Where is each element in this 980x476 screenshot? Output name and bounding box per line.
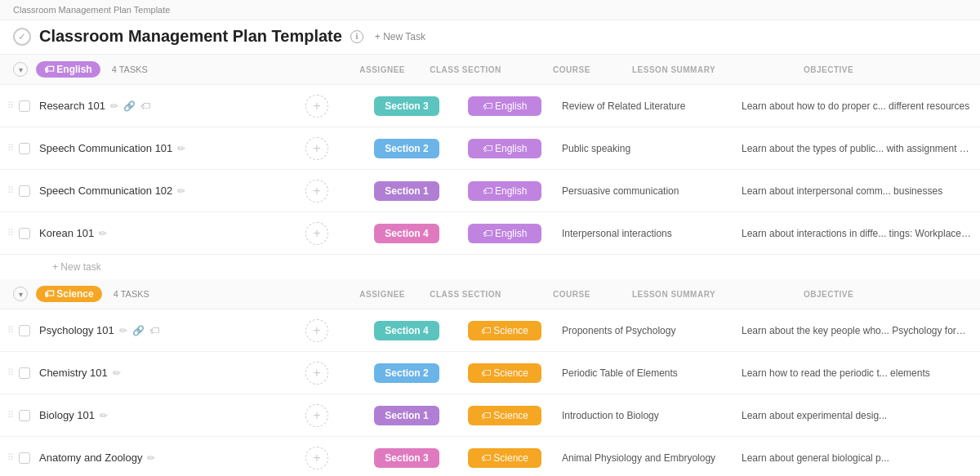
row-checkbox-1-1[interactable]	[16, 367, 33, 379]
objective-cell: Learn how to read the periodic t... elem…	[733, 363, 980, 384]
drag-handle[interactable]: ⠿	[0, 410, 16, 420]
table-row: ⠿ Korean 101 ✏ + Section 4 🏷 English Int…	[0, 212, 980, 255]
assignee-cell: +	[276, 358, 358, 388]
lesson-cell: Periodic Table of Elements	[554, 363, 733, 384]
course-cell: 🏷 English	[456, 220, 554, 247]
objective-cell: Learn about the types of public... with …	[733, 138, 980, 159]
course-cell: 🏷 English	[456, 93, 554, 119]
table-row: ⠿ Psychology 101 ✏ 🔗🏷 + Section 4 🏷 Scie…	[0, 309, 980, 352]
new-task-row-english[interactable]: + New task	[0, 255, 980, 279]
section-cell: Section 2	[358, 360, 456, 386]
row-checkbox-0-3[interactable]	[16, 228, 33, 239]
drag-handle[interactable]: ⠿	[0, 100, 16, 111]
course-badge: 🏷 Science	[468, 363, 541, 383]
task-name: Speech Communication 102	[39, 185, 172, 197]
row-checkbox-1-0[interactable]	[16, 325, 33, 336]
group-pill-english[interactable]: 🏷 English	[36, 61, 100, 78]
col-lesson-english: LESSON SUMMARY	[632, 65, 795, 74]
group-task-count-science: 4 TASKS	[114, 289, 149, 299]
course-cell: 🏷 English	[456, 136, 554, 162]
info-icon[interactable]: ℹ	[350, 30, 363, 43]
section-cell: Section 4	[358, 220, 456, 247]
header-new-task-button[interactable]: + New Task	[375, 31, 425, 42]
edit-icon[interactable]: ✏	[119, 325, 127, 336]
task-name-cell: Speech Communication 101 ✏	[33, 136, 276, 161]
edit-icon[interactable]: ✏	[147, 452, 155, 464]
objective-cell: Learn about the key people who... Psycho…	[733, 320, 980, 341]
row-checkbox-0-0[interactable]	[16, 100, 33, 112]
drag-handle[interactable]: ⠿	[0, 325, 16, 336]
task-name-cell: Research 101 ✏ 🔗🏷	[33, 93, 276, 118]
table-row: ⠿ Chemistry 101 ✏ + Section 2 🏷 Science …	[0, 352, 980, 394]
section-cell: Section 3	[358, 445, 456, 471]
col-class-english: CLASS SECTION	[420, 65, 518, 74]
edit-icon[interactable]: ✏	[100, 410, 108, 421]
assignee-cell: +	[276, 134, 358, 163]
course-badge: 🏷 English	[468, 139, 541, 158]
course-badge: 🏷 Science	[468, 448, 541, 468]
task-name: Biology 101	[39, 409, 95, 421]
drag-handle[interactable]: ⠿	[0, 143, 16, 153]
section-badge: Section 4	[374, 321, 439, 340]
tag-icon[interactable]: 🏷	[149, 325, 159, 336]
lesson-cell: Interpersonal interactions	[554, 223, 733, 244]
course-cell: 🏷 Science	[456, 445, 554, 471]
col-objective-english: OBJECTIVE	[804, 65, 967, 74]
task-name: Research 101	[39, 100, 105, 112]
assignee-avatar[interactable]: +	[305, 404, 328, 427]
assignee-cell: +	[276, 91, 358, 121]
row-checkbox-1-3[interactable]	[16, 452, 33, 464]
course-badge: 🏷 Science	[468, 406, 541, 425]
assignee-avatar[interactable]: +	[305, 319, 328, 342]
drag-handle[interactable]: ⠿	[0, 452, 16, 463]
row-checkbox-0-2[interactable]	[16, 185, 33, 197]
group-task-count-english: 4 TASKS	[112, 65, 148, 74]
row-checkbox-0-1[interactable]	[16, 143, 33, 154]
assignee-avatar[interactable]: +	[305, 362, 328, 385]
link-icon[interactable]: 🔗	[123, 100, 136, 112]
drag-handle[interactable]: ⠿	[0, 367, 16, 378]
group-pill-science[interactable]: 🏷 Science	[36, 286, 102, 302]
course-cell: 🏷 English	[456, 178, 554, 204]
table-row: ⠿ Research 101 ✏ 🔗🏷 + Section 3 🏷 Englis…	[0, 85, 980, 127]
assignee-cell: +	[276, 443, 358, 473]
section-badge: Section 2	[374, 363, 439, 383]
assignee-avatar[interactable]: +	[305, 95, 328, 118]
edit-icon[interactable]: ✏	[99, 228, 107, 239]
section-badge: Section 4	[374, 224, 439, 243]
row-checkbox-1-2[interactable]	[16, 410, 33, 421]
edit-icon[interactable]: ✏	[177, 185, 185, 197]
completion-toggle[interactable]: ✓	[13, 28, 31, 46]
assignee-avatar[interactable]: +	[305, 447, 328, 469]
edit-icon[interactable]: ✏	[177, 143, 185, 154]
section-badge: Section 2	[374, 139, 439, 158]
edit-icon[interactable]: ✏	[110, 100, 118, 112]
assignee-avatar[interactable]: +	[305, 137, 328, 160]
course-badge: 🏷 English	[468, 181, 541, 201]
task-name: Psychology 101	[39, 324, 114, 336]
table-row: ⠿ Speech Communication 101 ✏ + Section 2…	[0, 127, 980, 170]
table-row: ⠿ Anatomy and Zoology ✏ + Section 3 🏷 Sc…	[0, 437, 980, 476]
col-class-science: CLASS SECTION	[420, 290, 518, 299]
drag-handle[interactable]: ⠿	[0, 228, 16, 238]
assignee-cell: +	[276, 401, 358, 430]
group-header-english: ▾ 🏷 English 4 TASKS ASSIGNEE CLASS SECTI…	[0, 55, 980, 85]
task-name-cell: Korean 101 ✏	[33, 220, 276, 246]
course-cell: 🏷 Science	[456, 318, 554, 344]
group-header-science: ▾ 🏷 Science 4 TASKS ASSIGNEE CLASS SECTI…	[0, 279, 980, 309]
task-name-cell: Biology 101 ✏	[33, 403, 276, 428]
lesson-cell: Introduction to Biology	[554, 405, 733, 426]
section-badge: Section 3	[374, 448, 439, 468]
lesson-cell: Public speaking	[554, 138, 733, 159]
tag-icon[interactable]: 🏷	[140, 100, 150, 112]
objective-cell: Learn about general biological p...	[733, 447, 980, 469]
assignee-cell: +	[276, 219, 358, 248]
assignee-avatar[interactable]: +	[305, 180, 328, 202]
course-cell: 🏷 Science	[456, 360, 554, 386]
edit-icon[interactable]: ✏	[113, 367, 121, 379]
group-toggle-english[interactable]: ▾	[13, 62, 28, 77]
group-toggle-science[interactable]: ▾	[13, 287, 28, 301]
assignee-avatar[interactable]: +	[305, 222, 328, 245]
link-icon[interactable]: 🔗	[132, 325, 145, 336]
drag-handle[interactable]: ⠿	[0, 185, 16, 196]
